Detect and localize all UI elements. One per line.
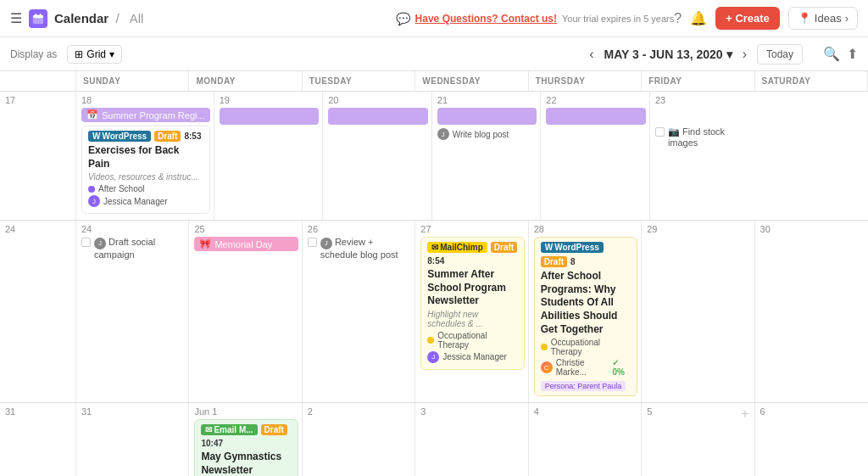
cell-may25: 25 🎀 Memorial Day	[189, 221, 302, 402]
add-button[interactable]: +	[741, 406, 748, 422]
chevron-down-icon: ▾	[109, 48, 114, 60]
time-badge: 8:53	[184, 132, 201, 141]
draft-badge: Draft	[261, 424, 287, 435]
cell-may19: 19	[214, 92, 324, 220]
header-wednesday: WEDNESDAY	[415, 71, 528, 91]
checkbox[interactable]	[308, 238, 317, 247]
lightbulb-icon: 📍	[798, 12, 811, 25]
create-button[interactable]: + Create	[715, 7, 780, 30]
cell-jun6: 6	[755, 403, 868, 476]
share-button[interactable]: ⬆	[847, 46, 858, 62]
cell-may29: 29	[642, 221, 754, 402]
card-title: May Gymnastics Newsletter	[201, 451, 291, 476]
trial-text: Your trial expires in 5 years	[562, 14, 674, 24]
week-row-3: 31 31 Jun 1 ✉ Email M... Draft 10:47 May…	[0, 403, 868, 476]
grid-view-button[interactable]: ⊞ Grid ▾	[67, 45, 122, 64]
menu-icon[interactable]: ☰	[10, 10, 22, 26]
cell-jun2: 2	[303, 403, 415, 476]
prev-button[interactable]: ‹	[584, 45, 598, 64]
day-number: 2	[308, 406, 411, 417]
calendar: SUNDAY MONDAY TUESDAY WEDNESDAY THURSDAY…	[0, 71, 868, 476]
purple-dot	[88, 186, 95, 193]
spanning-cont	[220, 108, 320, 125]
date-nav: ‹ MAY 3 - JUN 13, 2020 ▾ › Today	[584, 44, 803, 64]
day-number: 28	[534, 224, 637, 234]
card-tag-ot: Occupational Therapy	[541, 338, 631, 356]
checkbox[interactable]	[655, 127, 665, 137]
cell-may31: 31	[76, 403, 189, 476]
cell-may21: 21 J Write blog post	[432, 92, 542, 220]
draft-social-campaign-event[interactable]: J Draft social campaign	[81, 237, 185, 260]
memorial-day-event[interactable]: 🎀 Memorial Day	[194, 237, 298, 251]
toolbar: Display as ⊞ Grid ▾ ‹ MAY 3 - JUN 13, 20…	[0, 37, 868, 71]
spanning-cont	[437, 108, 537, 125]
card-tag-after-school: After School	[88, 184, 203, 193]
spanning-end	[655, 108, 756, 125]
day-number: 22	[546, 95, 646, 105]
flag-icon: 🎀	[199, 238, 211, 249]
day-number: 24	[5, 224, 72, 234]
top-bar-left: ☰ Calendar / All	[10, 9, 396, 28]
may-gymnastics-newsletter-card[interactable]: ✉ Email M... Draft 10:47 May Gymnastics …	[194, 419, 298, 476]
day-number: 27	[420, 224, 524, 234]
card-desc: Highlight new schedules & ...	[427, 310, 517, 328]
header-tuesday: TUESDAY	[303, 71, 415, 91]
after-school-programs-card[interactable]: W WordPress Draft 8 After School Program…	[534, 237, 637, 396]
top-bar-right: ? 🔔 + Create 📍 Ideas ›	[674, 7, 858, 30]
draft-badge: Draft	[154, 131, 181, 142]
day-number: 25	[194, 224, 298, 234]
cell-jun4: 4	[529, 403, 642, 476]
mailchimp-badge: ✉ MailChimp	[427, 242, 487, 253]
ideas-button[interactable]: 📍 Ideas ›	[788, 7, 858, 30]
day-number: 6	[760, 406, 865, 417]
search-button[interactable]: 🔍	[823, 46, 840, 62]
announcement-bar: 💬 Have Questions? Contact us! Your trial…	[396, 12, 675, 25]
week-row-1: 17 18 📅 Summer Program Regi... W WordPre…	[0, 92, 868, 221]
day-number: 31	[5, 406, 72, 417]
cell-jun5: 5 +	[642, 403, 754, 476]
day-number: 24	[81, 224, 185, 234]
draft-badge: Draft	[541, 256, 567, 267]
exercises-back-pain-card[interactable]: W WordPress Draft 8:53 Exercises for Bac…	[81, 126, 210, 214]
header-spacer	[0, 71, 76, 91]
today-button[interactable]: Today	[757, 44, 803, 64]
toolbar-right: 🔍 ⬆	[823, 46, 858, 62]
review-schedule-blog-event[interactable]: J Review + schedule blog post	[308, 237, 411, 260]
week-label-1: 17	[0, 92, 76, 220]
card-title: Summer After School Program Newsletter	[427, 268, 517, 308]
cell-may23: 23 📷 Find stock images	[650, 92, 760, 220]
date-range[interactable]: MAY 3 - JUN 13, 2020 ▾	[604, 48, 732, 61]
cell-may30: 30	[755, 221, 868, 402]
avatar: J	[427, 351, 439, 363]
wp-icon: W	[92, 132, 100, 141]
avatar: J	[437, 128, 449, 140]
cell-jun1: Jun 1 ✉ Email M... Draft 10:47 May Gymna…	[189, 403, 302, 476]
avatar: J	[320, 238, 332, 249]
card-avatar-jessica: J Jessica Manager	[88, 195, 203, 207]
card-desc: Videos, resources & instruc...	[88, 172, 203, 182]
header-thursday: THURSDAY	[529, 71, 642, 91]
find-stock-images-event[interactable]: 📷 Find stock images	[655, 126, 756, 148]
help-button[interactable]: ?	[674, 11, 682, 26]
summer-after-school-newsletter-card[interactable]: ✉ MailChimp Draft 8:54 Summer After Scho…	[420, 237, 524, 370]
header-saturday: SATURDAY	[755, 71, 868, 91]
cell-may24: 24 J Draft social campaign	[76, 221, 189, 402]
week-label-2: 24	[0, 221, 76, 402]
yellow-dot	[427, 337, 434, 344]
persona-tag: Persona: Parent Paula	[541, 381, 626, 391]
breadcrumb: Calendar / All	[54, 11, 147, 25]
contact-link[interactable]: Have Questions? Contact us!	[415, 13, 557, 25]
notifications-button[interactable]: 🔔	[690, 10, 707, 26]
calendar-header: SUNDAY MONDAY TUESDAY WEDNESDAY THURSDAY…	[0, 71, 868, 92]
card-title: After School Programs: Why Students Of A…	[541, 270, 631, 336]
summer-program-event[interactable]: 📅 Summer Program Regi...	[81, 108, 210, 122]
next-button[interactable]: ›	[737, 45, 752, 64]
svg-rect-1	[33, 14, 43, 18]
checkbox[interactable]	[81, 238, 91, 247]
cell-may18: 18 📅 Summer Program Regi... W WordPress …	[76, 92, 214, 220]
header-monday: MONDAY	[189, 71, 302, 91]
header-sunday: SUNDAY	[76, 71, 189, 91]
time-badge: 8	[570, 257, 576, 266]
write-blog-post-event[interactable]: J Write blog post	[437, 128, 537, 140]
svg-rect-2	[36, 13, 37, 16]
